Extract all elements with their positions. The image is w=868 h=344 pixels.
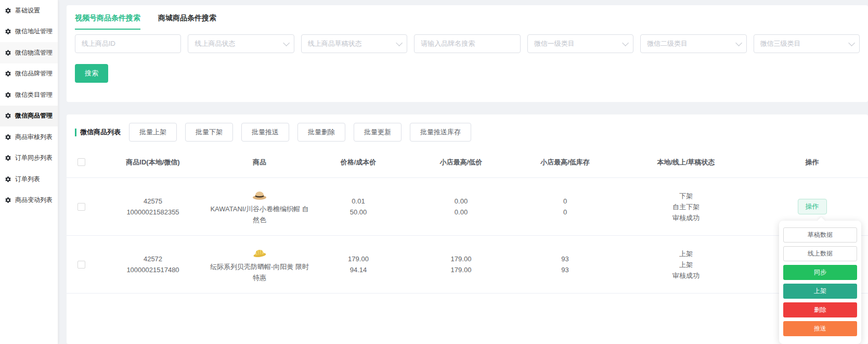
straw-hat-image	[252, 189, 267, 200]
shop-low-stock: 0	[563, 207, 567, 218]
price-value: 179.00	[348, 253, 369, 264]
chevron-down-icon	[283, 40, 290, 46]
wechat-level2-category-select[interactable]: 微信二级类目	[640, 34, 746, 53]
online-product-id-input[interactable]: 线上商品ID	[75, 34, 181, 53]
gear-icon	[5, 197, 11, 203]
row-action-menu: 草稿数据 线上数据 同步 上架 删除 推送	[779, 221, 861, 344]
product-table: 商品ID(本地/微信) 商品 价格/成本价 小店最高/低价 小店最高/低库存 本…	[67, 147, 868, 294]
shop-high-price: 0.00	[455, 196, 468, 207]
gear-icon	[5, 49, 11, 56]
shop-low-price: 0.00	[455, 207, 468, 218]
online-product-draft-status-select[interactable]: 线上商品草稿状态	[301, 34, 407, 53]
sidebar-item-label: 微信物流管理	[15, 48, 53, 57]
select-all-checkbox[interactable]	[77, 158, 85, 166]
cost-value: 50.00	[350, 207, 367, 218]
batch-update-button[interactable]: 批量更新	[354, 123, 401, 142]
sidebar-item-basic-settings[interactable]: 基础设置	[0, 0, 58, 21]
price-value: 0.01	[352, 196, 365, 207]
row-checkbox[interactable]	[77, 261, 85, 269]
wechat-level1-category-select[interactable]: 微信一级类目	[527, 34, 633, 53]
shop-low-stock: 93	[561, 264, 568, 275]
local-status: 上架	[679, 248, 693, 259]
shop-stock-cell: 0 0	[514, 196, 616, 218]
product-cell: KAWATANI/川谷小卷檐编织帽 自然色	[210, 188, 309, 225]
product-name: 纭际系列贝壳防晒帽-向阳黄 限时特惠	[210, 261, 309, 283]
sidebar-item-label: 商品变动列表	[15, 196, 53, 205]
chevron-down-icon	[848, 40, 855, 46]
sidebar-item-label: 微信地址管理	[15, 27, 53, 36]
gear-icon	[5, 155, 11, 161]
sidebar-item-order-list[interactable]: 订单列表	[0, 169, 58, 190]
column-header-status: 本地/线上/草稿状态	[616, 157, 756, 168]
wechat-level3-category-select[interactable]: 微信三级类目	[754, 34, 860, 53]
sidebar: 基础设置 微信地址管理 微信物流管理 微信品牌管理 微信类目管理 微信商品管理 …	[0, 0, 58, 344]
price-cost-cell: 0.01 50.00	[309, 196, 408, 218]
list-title: 微信商品列表	[75, 128, 121, 137]
menu-item-sync[interactable]: 同步	[783, 265, 857, 280]
tab-video-product-search[interactable]: 视频号商品条件搜索	[75, 14, 140, 30]
row-action-button[interactable]: 操作	[798, 199, 827, 214]
shop-stock-cell: 93 93	[514, 253, 616, 275]
gear-icon	[5, 134, 11, 141]
gear-icon	[5, 70, 11, 77]
table-row: 42572 10000021517480 纭际系列贝壳防晒帽-向阳黄 限时特惠 …	[67, 236, 868, 294]
status-cell: 上架 上架 审核成功	[616, 248, 756, 281]
product-cell: 纭际系列贝壳防晒帽-向阳黄 限时特惠	[210, 246, 309, 283]
sidebar-item-wechat-product[interactable]: 微信商品管理	[0, 106, 58, 127]
price-cost-cell: 179.00 94.14	[309, 253, 408, 275]
search-button[interactable]: 搜索	[75, 64, 108, 83]
batch-delete-button[interactable]: 批量删除	[297, 123, 345, 142]
batch-off-shelf-button[interactable]: 批量下架	[185, 123, 233, 142]
shop-price-cell: 0.00 0.00	[408, 196, 514, 218]
sidebar-item-wechat-logistics[interactable]: 微信物流管理	[0, 42, 58, 63]
menu-item-on-shelf[interactable]: 上架	[783, 284, 857, 299]
online-status: 自主下架	[672, 201, 699, 212]
input-placeholder: 线上商品ID	[82, 39, 115, 48]
select-placeholder: 线上商品状态	[195, 39, 235, 48]
chevron-down-icon	[622, 40, 629, 46]
menu-item-push[interactable]: 推送	[783, 321, 857, 336]
row-checkbox[interactable]	[77, 203, 85, 211]
column-header-shop-high-low-stock: 小店最高/低库存	[514, 157, 616, 168]
select-placeholder: 微信一级类目	[534, 39, 575, 48]
column-header-product: 商品	[210, 157, 309, 168]
tab-mall-product-search[interactable]: 商城商品条件搜索	[158, 14, 216, 30]
sidebar-item-wechat-address[interactable]: 微信地址管理	[0, 21, 58, 43]
product-id-cell: 42575 10000021582355	[96, 196, 210, 218]
sidebar-item-wechat-brand[interactable]: 微信品牌管理	[0, 63, 58, 85]
batch-on-shelf-button[interactable]: 批量上架	[129, 123, 177, 142]
sidebar-item-product-review-list[interactable]: 商品审核列表	[0, 126, 58, 148]
search-filter-card: 视频号商品条件搜索 商城商品条件搜索 线上商品ID 线上商品状态 线上商品草稿状…	[67, 5, 868, 102]
gear-icon	[5, 176, 11, 183]
sidebar-item-product-change-list[interactable]: 商品变动列表	[0, 190, 58, 211]
local-product-id: 42575	[144, 196, 162, 207]
select-placeholder: 微信二级类目	[647, 39, 688, 48]
sidebar-item-wechat-category[interactable]: 微信类目管理	[0, 84, 58, 106]
online-status: 上架	[679, 259, 693, 270]
sidebar-item-label: 商品审核列表	[15, 133, 53, 142]
input-placeholder: 请输入品牌名搜索	[421, 39, 475, 48]
shop-low-price: 179.00	[451, 264, 472, 275]
column-header-product-id: 商品ID(本地/微信)	[96, 157, 210, 168]
sidebar-item-order-sync-list[interactable]: 订单同步列表	[0, 148, 58, 169]
search-tabs: 视频号商品条件搜索 商城商品条件搜索	[67, 5, 868, 30]
online-product-status-select[interactable]: 线上商品状态	[188, 34, 294, 53]
chevron-down-icon	[735, 40, 742, 46]
product-list-card: 微信商品列表 批量上架 批量下架 批量推送 批量删除 批量更新 批量推送库存 商…	[67, 114, 868, 344]
menu-item-delete[interactable]: 删除	[783, 302, 857, 317]
menu-item-online-data[interactable]: 线上数据	[783, 246, 857, 261]
menu-item-draft-data[interactable]: 草稿数据	[783, 227, 857, 243]
column-header-shop-high-low-price: 小店最高/低价	[408, 157, 514, 168]
local-product-id: 42572	[144, 253, 162, 264]
gear-icon	[5, 92, 11, 98]
brand-name-search-input[interactable]: 请输入品牌名搜索	[414, 34, 520, 53]
batch-push-button[interactable]: 批量推送	[241, 123, 289, 142]
sidebar-item-label: 订单列表	[15, 175, 40, 184]
gear-icon	[5, 7, 11, 14]
batch-push-stock-button[interactable]: 批量推送库存	[410, 123, 471, 142]
product-id-cell: 42572 10000021517480	[96, 253, 210, 275]
sidebar-item-label: 微信类目管理	[15, 91, 53, 99]
shop-high-stock: 93	[561, 253, 568, 264]
table-row: 42575 10000021582355 KAWATANI/川谷小卷檐编织帽 自…	[67, 178, 868, 236]
local-status: 下架	[679, 190, 693, 201]
